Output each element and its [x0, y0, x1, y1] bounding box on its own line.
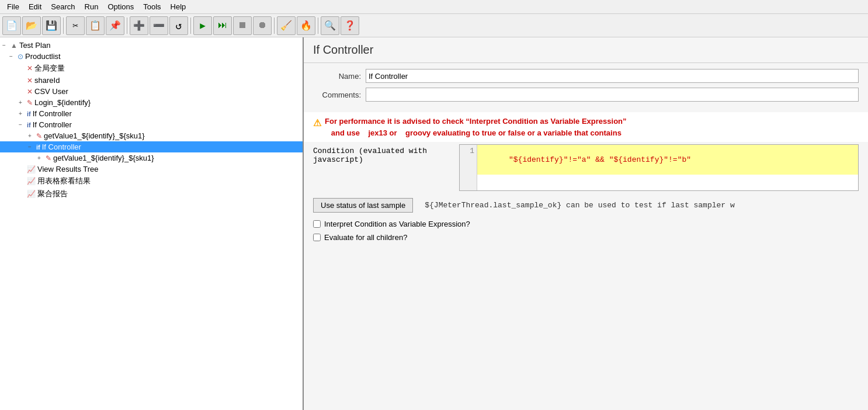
comments-input[interactable] — [366, 88, 859, 102]
toolbar: 📄 📂 💾 ✂ 📋 📌 ➕ ➖ ↺ ▶ ⏭ ⏹ ⏺ 🧹 🔥 🔍 ❓ — [0, 14, 868, 37]
expand-if-ctrl-2[interactable]: − — [19, 121, 26, 128]
tree-item-getvalue2[interactable]: + ✎ getValue1_${identify}_${sku1} — [0, 152, 303, 164]
tree-label-table-results: 用表格察看结果 — [37, 176, 91, 186]
expand-test-plan[interactable]: − — [2, 42, 9, 48]
wrench-icon-1: ✕ — [27, 64, 33, 72]
add-button[interactable]: ➕ — [130, 16, 148, 35]
tree-item-share-id[interactable]: ✕ shareId — [0, 75, 303, 86]
separator-3 — [190, 18, 191, 34]
tree-label-productlist: Productlist — [25, 52, 61, 61]
condition-value: "${identify}"!="a" && "${identify}"!="b" — [509, 155, 691, 164]
paste-button[interactable]: 📌 — [106, 16, 124, 35]
expand-if-ctrl-3[interactable]: − — [28, 144, 35, 150]
tree-item-getvalue1[interactable]: + ✎ getValue1_${identify}_${sku1} — [0, 130, 303, 141]
panel-title: If Controller — [304, 37, 868, 63]
menu-help[interactable]: Help — [166, 1, 191, 12]
menu-edit[interactable]: Edit — [24, 1, 46, 12]
name-label: Name: — [313, 72, 366, 81]
if-icon-2: if — [27, 121, 31, 128]
expand-table-results — [19, 178, 26, 185]
tree-panel: − ▲ Test Plan − ⊙ Productlist ✕ 全局变量 ✕ s… — [0, 37, 304, 410]
expand-getvalue1[interactable]: + — [28, 133, 35, 139]
menu-file[interactable]: File — [2, 1, 24, 12]
tree-label-share-id: shareId — [34, 76, 60, 85]
condition-content[interactable]: "${identify}"!="a" && "${identify}"!="b" — [460, 145, 858, 175]
tree-item-test-plan[interactable]: − ▲ Test Plan — [0, 40, 303, 51]
interpret-checkbox[interactable] — [313, 220, 321, 228]
interpret-label: Interpret Condition as Variable Expressi… — [324, 220, 470, 228]
menu-options[interactable]: Options — [103, 1, 138, 12]
search-button[interactable]: 🔍 — [321, 16, 339, 35]
expand-productlist[interactable]: − — [9, 53, 16, 60]
tree-label-view-results: View Results Tree — [37, 165, 99, 173]
evaluate-checkbox-row: Evaluate for all children? — [313, 233, 859, 242]
run-nopause-button[interactable]: ⏭ — [213, 16, 232, 35]
tree-item-if-ctrl-1[interactable]: + if If Controller — [0, 108, 303, 119]
tree-label-csv-user: CSV User — [34, 87, 68, 96]
wrench-icon-2: ✕ — [27, 77, 33, 85]
tree-item-if-ctrl-3[interactable]: − if If Controller — [0, 141, 303, 152]
evaluate-checkbox[interactable] — [313, 234, 321, 241]
tree-label-login: Login_${identify} — [34, 98, 91, 107]
evaluate-label: Evaluate for all children? — [324, 233, 407, 242]
save-button[interactable]: 💾 — [42, 16, 61, 35]
threadgroup-icon: ⊙ — [18, 53, 23, 61]
tree-label-aggregate: 聚合报告 — [37, 189, 68, 199]
remove-button[interactable]: ➖ — [150, 16, 168, 35]
copy-button[interactable]: 📋 — [86, 16, 105, 35]
expand-login[interactable]: + — [19, 99, 26, 106]
menu-run[interactable]: Run — [80, 1, 103, 12]
comments-label: Comments: — [313, 91, 366, 99]
expand-view-results — [19, 166, 26, 172]
warning-text: For performance it is advised to check “… — [325, 116, 627, 138]
pencil-icon-3: ✎ — [46, 154, 51, 162]
open-button[interactable]: 📂 — [22, 16, 41, 35]
sample-info: ${JMeterThread.last_sample_ok} can be us… — [425, 201, 735, 210]
expand-csv-user — [19, 88, 26, 95]
name-input[interactable] — [366, 69, 859, 83]
if-icon-1: if — [27, 110, 31, 117]
tree-label-if-ctrl-3: If Controller — [42, 143, 81, 151]
pencil-icon-2: ✎ — [36, 132, 42, 140]
right-panel: If Controller Name: Comments: ⚠ For perf… — [304, 37, 868, 410]
graph-icon-2: 📈 — [27, 177, 36, 185]
form-area: Name: Comments: — [304, 63, 868, 112]
separator-4 — [274, 18, 275, 34]
clear-all-button[interactable]: 🔥 — [297, 16, 315, 35]
expand-if-ctrl-1[interactable]: + — [19, 110, 26, 117]
menubar: File Edit Search Run Options Tools Help — [0, 0, 868, 14]
use-last-sample-button[interactable]: Use status of last sample — [313, 198, 413, 213]
checkboxes-area: Interpret Condition as Variable Expressi… — [304, 217, 868, 249]
separator-2 — [127, 18, 127, 34]
condition-label: Condition (evaluated with javascript) — [313, 144, 459, 164]
tree-item-view-results[interactable]: 📈 View Results Tree — [0, 164, 303, 175]
help-button[interactable]: ❓ — [341, 16, 359, 35]
stop-now-button[interactable]: ⏺ — [253, 16, 272, 35]
menu-search[interactable]: Search — [46, 1, 79, 12]
tree-item-aggregate[interactable]: 📈 聚合报告 — [0, 187, 303, 200]
condition-editor[interactable]: 1 "${identify}"!="a" && "${identify}"!="… — [459, 144, 859, 191]
tree-label-global-var: 全局变量 — [34, 63, 65, 74]
menu-tools[interactable]: Tools — [138, 1, 165, 12]
tree-item-login[interactable]: + ✎ Login_${identify} — [0, 97, 303, 108]
separator-1 — [63, 18, 64, 34]
pencil-icon-1: ✎ — [27, 99, 33, 107]
tree-label-test-plan: Test Plan — [19, 41, 50, 50]
tree-item-table-results[interactable]: 📈 用表格察看结果 — [0, 175, 303, 187]
expand-aggregate — [19, 191, 26, 197]
cut-button[interactable]: ✂ — [66, 16, 85, 35]
tree-item-if-ctrl-2[interactable]: − if If Controller — [0, 119, 303, 130]
new-button[interactable]: 📄 — [2, 16, 21, 35]
expand-getvalue2[interactable]: + — [37, 155, 44, 161]
tree-item-global-var[interactable]: ✕ 全局变量 — [0, 62, 303, 75]
tree-item-csv-user[interactable]: ✕ CSV User — [0, 86, 303, 97]
tree-label-if-ctrl-2: If Controller — [33, 120, 72, 129]
graph-icon-1: 📈 — [27, 165, 36, 173]
tree-item-productlist[interactable]: − ⊙ Productlist — [0, 51, 303, 62]
reset-button[interactable]: ↺ — [169, 16, 188, 35]
warning-icon: ⚠ — [313, 116, 321, 130]
stop-button[interactable]: ⏹ — [233, 16, 252, 35]
testplan-icon: ▲ — [11, 41, 18, 50]
run-button[interactable]: ▶ — [193, 16, 212, 35]
clear-button[interactable]: 🧹 — [277, 16, 296, 35]
